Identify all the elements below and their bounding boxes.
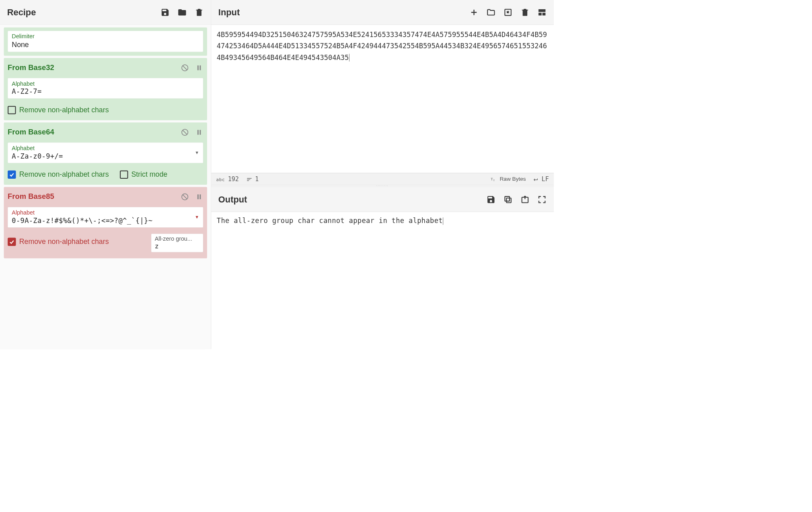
svg-rect-6 (197, 130, 199, 134)
remove-non-alphabet-checkbox[interactable]: Remove non-alphabet chars (8, 106, 109, 114)
checkbox-box (120, 170, 128, 178)
disable-icon[interactable] (181, 192, 189, 200)
svg-text:T: T (493, 179, 495, 182)
save-icon[interactable] (160, 8, 170, 17)
svg-rect-17 (543, 12, 546, 15)
maximize-output-icon[interactable] (537, 195, 547, 204)
all-zero-group-label: All-zero grou... (155, 235, 200, 242)
alphabet-label: Alphabet (12, 81, 199, 87)
checkbox-box (8, 170, 16, 178)
pause-icon[interactable] (195, 128, 203, 136)
open-file-icon[interactable] (503, 8, 512, 17)
checkbox-label: Strict mode (131, 170, 167, 179)
svg-rect-10 (197, 194, 199, 199)
remove-non-alphabet-checkbox[interactable]: Remove non-alphabet chars (8, 170, 109, 179)
disable-icon[interactable] (181, 64, 189, 72)
eol-selector[interactable]: LF (532, 175, 549, 182)
text-cursor (349, 54, 349, 62)
svg-text:T: T (491, 177, 493, 181)
all-zero-group-field[interactable]: All-zero grou... z (151, 233, 204, 252)
operation-from-base64[interactable]: From Base64 Alphabet A-Za-z0-9+/= ▼ Remo… (4, 122, 207, 185)
strict-mode-checkbox[interactable]: Strict mode (120, 170, 167, 179)
char-count: abc 192 (216, 175, 238, 182)
svg-rect-23 (506, 198, 511, 203)
svg-line-5 (183, 130, 187, 134)
line-count: 1 (247, 175, 259, 182)
input-header: Input (211, 0, 554, 25)
alphabet-value: A-Za-z0-9+/= (12, 152, 63, 160)
operation-from-base85[interactable]: From Base85 Alphabet 0-9A-Za-z!#$%&()*+\… (4, 187, 207, 258)
encoding-selector[interactable]: TT Raw Bytes (491, 176, 526, 182)
delimiter-value: None (12, 40, 199, 49)
delimiter-label: Delimiter (12, 33, 199, 40)
io-panel: Input 4B595954494D32515046324757595A534E… (211, 0, 554, 349)
pause-icon[interactable] (195, 64, 203, 72)
open-folder-icon[interactable] (486, 8, 495, 17)
checkbox-label: Remove non-alphabet chars (19, 170, 109, 179)
svg-rect-11 (199, 194, 201, 199)
alphabet-value: 0-9A-Za-z!#$%&()*+\-;<=>?@^_`{|}~ (12, 217, 152, 225)
input-text: 4B595954494D32515046324757595A534E524156… (217, 31, 547, 61)
trash-icon[interactable] (195, 8, 204, 17)
add-tab-icon[interactable] (469, 8, 479, 17)
svg-rect-15 (539, 9, 545, 12)
operation-partial: Delimiter None (4, 27, 207, 56)
operation-title: From Base32 (8, 64, 54, 72)
checkbox-box (8, 106, 16, 114)
clear-input-icon[interactable] (520, 8, 530, 17)
alphabet-value: A-Z2-7= (12, 88, 199, 96)
recipe-header-icons (160, 8, 204, 17)
svg-rect-7 (199, 130, 201, 134)
output-title: Output (218, 194, 247, 204)
alphabet-field[interactable]: Alphabet A-Z2-7= (8, 78, 203, 99)
folder-icon[interactable] (177, 8, 187, 17)
operation-from-base32[interactable]: From Base32 Alphabet A-Z2-7= Remove non-… (4, 58, 207, 120)
remove-non-alphabet-checkbox[interactable]: Remove non-alphabet chars (8, 237, 109, 246)
svg-rect-2 (197, 65, 199, 70)
recipe-title: Recipe (7, 7, 36, 17)
svg-rect-24 (505, 196, 510, 201)
reset-layout-icon[interactable] (537, 8, 547, 17)
disable-icon[interactable] (181, 128, 189, 136)
operation-title: From Base85 (8, 192, 54, 201)
svg-line-9 (183, 195, 187, 199)
checkbox-label: Remove non-alphabet chars (19, 237, 109, 246)
alphabet-label: Alphabet (12, 209, 152, 216)
pause-icon[interactable] (195, 192, 203, 200)
all-zero-group-value: z (155, 242, 200, 250)
text-cursor (443, 217, 444, 225)
svg-line-1 (183, 66, 187, 70)
checkbox-box (8, 237, 16, 246)
output-header: Output (211, 187, 554, 212)
move-to-input-icon[interactable] (520, 195, 530, 204)
input-status-bar: abc 192 1 TT Raw Bytes LF (211, 173, 554, 185)
output-textarea[interactable]: The all-zero group char cannot appear in… (211, 212, 554, 349)
save-output-icon[interactable] (486, 195, 495, 204)
recipe-body: Delimiter None From Base32 Alphabet A-Z2… (0, 25, 211, 349)
svg-rect-3 (199, 65, 201, 70)
chevron-down-icon[interactable]: ▼ (195, 150, 199, 155)
chevron-down-icon[interactable]: ▼ (195, 215, 199, 219)
checkbox-label: Remove non-alphabet chars (19, 106, 109, 114)
recipe-panel: Recipe Delimiter None From Base32 (0, 0, 211, 349)
svg-rect-16 (539, 12, 542, 15)
input-title: Input (218, 7, 240, 17)
recipe-header: Recipe (0, 0, 211, 25)
operation-title: From Base64 (8, 128, 54, 136)
delimiter-field[interactable]: Delimiter None (8, 31, 203, 52)
alphabet-field[interactable]: Alphabet A-Za-z0-9+/= ▼ (8, 142, 203, 163)
output-text: The all-zero group char cannot appear in… (217, 217, 443, 225)
input-textarea[interactable]: 4B595954494D32515046324757595A534E524156… (211, 25, 554, 173)
alphabet-field[interactable]: Alphabet 0-9A-Za-z!#$%&()*+\-;<=>?@^_`{|… (8, 207, 203, 227)
alphabet-label: Alphabet (12, 145, 63, 151)
copy-output-icon[interactable] (503, 195, 512, 204)
